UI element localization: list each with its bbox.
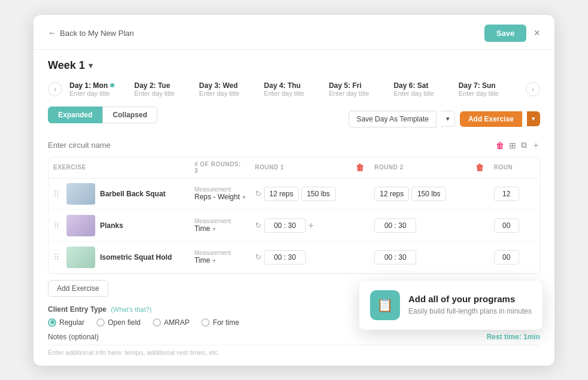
whats-that-link[interactable]: (What's that?) — [111, 306, 151, 313]
day-item-day7[interactable]: Day 7: Sun Enter day title — [456, 80, 521, 98]
radio-circle — [153, 318, 161, 327]
circuit-copy-button[interactable]: ⊞ — [509, 141, 516, 150]
day-label: Day 1: Mon — [69, 81, 129, 90]
promo-text: Add all of your programs Easily build fu… — [408, 294, 532, 317]
col-header-round3: ROUN — [489, 157, 539, 178]
day-item-day4[interactable]: Day 4: Thu Enter day title — [262, 80, 326, 98]
round1-input1[interactable] — [264, 187, 299, 201]
back-arrow-icon: ← — [48, 28, 56, 38]
promo-title: Add all of your programs — [408, 294, 532, 304]
modal: ← Back to My New Plan Save × Week 1 ▾ ‹ … — [34, 15, 554, 366]
save-template-caret-button[interactable]: ▾ — [441, 111, 455, 127]
radio-circle — [201, 318, 210, 327]
week-title: Week 1 ▾ — [48, 59, 540, 72]
drag-handle-icon[interactable]: ⠿ — [53, 221, 59, 230]
rest-time: Rest time: 1min — [487, 333, 540, 341]
table-row: ⠿ Isometric Squat Hold Measurement Time … — [49, 241, 539, 273]
promo-subtitle: Easily build full-length plans in minute… — [408, 306, 532, 317]
day-label: Day 3: Wed — [199, 81, 259, 90]
round1-delete-cell — [351, 241, 369, 273]
prev-day-button[interactable]: ‹ — [48, 82, 62, 96]
circuit-duplicate-button[interactable]: ⧉ — [521, 140, 527, 150]
circuit-add-button[interactable]: ＋ — [532, 140, 540, 151]
measurement-dropdown-icon[interactable]: ▾ — [243, 194, 245, 200]
round1-input1[interactable] — [264, 250, 306, 265]
day-item-day2[interactable]: Day 2: Tue Enter day title — [132, 80, 196, 98]
day-label: Day 4: Thu — [264, 81, 324, 90]
circuit-delete-button[interactable]: 🗑 — [496, 141, 504, 150]
round1-cell: ↻ — [250, 178, 351, 209]
week-label: Week 1 — [48, 59, 85, 72]
round1-delete-cell — [351, 178, 369, 209]
expanded-button[interactable]: Expanded — [48, 107, 102, 123]
col-header-rounds: # OF ROUNDS: 3 — [190, 157, 250, 178]
sync-icon[interactable]: ↻ — [255, 221, 262, 230]
measurement-type: Reps - Weight — [195, 193, 240, 201]
add-exercise-button[interactable]: Add Exercise — [48, 280, 108, 297]
round2-cell — [369, 241, 470, 273]
round3-cell — [489, 209, 539, 241]
notes-row: Notes (optional) Rest time: 1min — [48, 333, 540, 341]
round1-cell: ↻ — [250, 241, 351, 273]
radio-circle — [48, 318, 56, 327]
round3-input[interactable] — [494, 218, 519, 233]
week-dropdown-icon[interactable]: ▾ — [89, 61, 93, 70]
measurement-dropdown-icon[interactable]: ▾ — [213, 257, 216, 264]
close-button[interactable]: × — [534, 28, 540, 38]
add-round-icon[interactable]: + — [308, 220, 314, 231]
col-header-del1: 🗑 — [351, 157, 369, 178]
radio-item-open-field[interactable]: Open field — [96, 318, 141, 327]
round2-input1[interactable] — [374, 250, 416, 265]
exercise-name: Isometric Squat Hold — [100, 253, 172, 262]
day-item-day6[interactable]: Day 6: Sat Enter day title — [391, 80, 456, 98]
back-label: Back to My New Plan — [60, 29, 134, 38]
day-subtitle: Enter day title — [199, 90, 259, 97]
col-header-exercise: EXERCISE — [49, 157, 190, 178]
round2-cell — [369, 209, 470, 241]
round2-input2[interactable] — [411, 187, 446, 201]
col-header-del2: 🗑 — [471, 157, 489, 178]
round2-delete-cell — [471, 178, 489, 209]
add-exercise-main-button[interactable]: Add Exercise — [460, 111, 522, 127]
radio-item-amrap[interactable]: AMRAP — [153, 318, 190, 327]
measurement-cell: Measurement Reps - Weight ▾ — [190, 178, 250, 209]
measurement-dropdown-icon[interactable]: ▾ — [213, 226, 216, 232]
sync-icon[interactable]: ↻ — [255, 253, 262, 262]
round2-delete-cell — [471, 209, 489, 241]
round3-cell — [489, 241, 539, 273]
promo-icon-symbol: 📋 — [377, 297, 393, 313]
promo-popup: 📋 Add all of your programs Easily build … — [359, 281, 542, 330]
round1-input1[interactable] — [264, 218, 306, 233]
measurement-label: Measurement — [195, 186, 245, 193]
day-item-day5[interactable]: Day 5: Fri Enter day title — [326, 80, 391, 98]
add-exercise-main-caret-button[interactable]: ▾ — [527, 111, 540, 126]
round1-input2[interactable] — [301, 187, 336, 201]
day-item-day1[interactable]: Day 1: Mon Enter day title — [67, 80, 132, 98]
drag-handle-icon[interactable]: ⠿ — [53, 189, 59, 199]
round2-input1[interactable] — [374, 187, 409, 201]
save-button[interactable]: Save — [484, 25, 526, 42]
radio-item-regular[interactable]: Regular — [48, 318, 84, 327]
next-day-button[interactable]: › — [526, 82, 540, 96]
round3-input[interactable] — [494, 187, 519, 201]
radio-item-for-time[interactable]: For time — [201, 318, 239, 327]
back-link[interactable]: ← Back to My New Plan — [48, 28, 134, 38]
day-label: Day 7: Sun — [459, 81, 519, 90]
sync-icon[interactable]: ↻ — [255, 189, 262, 198]
exercise-table: EXERCISE # OF ROUNDS: 3 ROUND 1 🗑 ROUND … — [49, 157, 539, 273]
day-subtitle: Enter day title — [264, 90, 324, 97]
day-item-day3[interactable]: Day 3: Wed Enter day title — [197, 80, 262, 98]
round2-input1[interactable] — [374, 218, 416, 233]
circuit-name-input[interactable] — [48, 141, 496, 150]
day-label: Day 6: Sat — [393, 81, 453, 90]
radio-label: For time — [213, 318, 239, 327]
collapsed-button[interactable]: Collapsed — [102, 107, 157, 123]
active-dot — [110, 83, 114, 87]
round3-input[interactable] — [494, 250, 519, 265]
drag-handle-icon[interactable]: ⠿ — [53, 253, 59, 262]
save-template-button[interactable]: Save Day As Template — [348, 111, 437, 127]
day-label: Day 2: Tue — [134, 81, 194, 90]
modal-header: ← Back to My New Plan Save × — [34, 15, 554, 50]
round2-delete-cell — [471, 241, 489, 273]
round1-delete-cell — [351, 209, 369, 241]
